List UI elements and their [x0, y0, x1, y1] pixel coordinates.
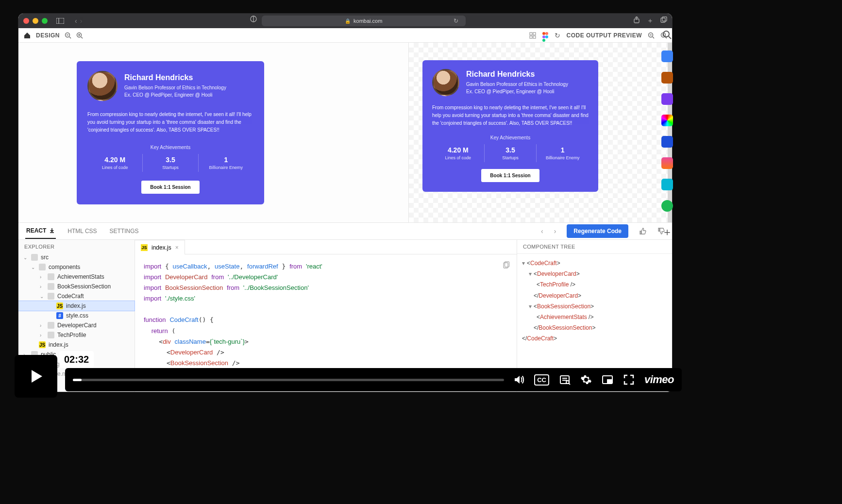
- stat-item: 4.20 MLines of code: [87, 154, 142, 172]
- component-tree-title: COMPONENT TREE: [517, 240, 672, 254]
- tab-settings[interactable]: SETTINGS: [109, 224, 140, 238]
- svg-marker-34: [32, 370, 42, 383]
- achievements-stats: 4.20 MLines of code 3.5Startups 1Billion…: [432, 144, 589, 162]
- editor-tab-indexjs[interactable]: JS index.js ×: [135, 240, 185, 254]
- tree-node-developercard-close: </DeveloperCard>: [522, 290, 667, 301]
- preview-refresh-icon[interactable]: ↻: [555, 32, 560, 39]
- volume-icon[interactable]: [513, 374, 524, 386]
- tree-folder-codecraft[interactable]: ⌄CodeCraft: [18, 291, 135, 301]
- add-sidebar-item-icon[interactable]: ＋: [661, 226, 673, 238]
- video-player: 02:32 CC vimeo: [15, 365, 682, 394]
- stat-item: 4.20 MLines of code: [432, 144, 484, 162]
- sidebar-app-icon-2[interactable]: [661, 72, 673, 84]
- book-session-button[interactable]: Book 1:1 Session: [141, 181, 199, 194]
- js-file-icon: JS: [56, 302, 63, 309]
- close-window-button[interactable]: [23, 18, 29, 24]
- achievements-title: Key Achievements: [87, 145, 253, 150]
- achievements-title: Key Achievements: [432, 135, 589, 140]
- folder-icon: [48, 293, 54, 300]
- sidebar-app-icon-3[interactable]: [661, 93, 673, 105]
- preview-canvas[interactable]: Richard Hendricks Gavin Belson Professor…: [409, 43, 672, 222]
- url-bar[interactable]: 🔒 kombai.com ↻: [262, 16, 466, 26]
- design-preview-split: Richard Hendricks Gavin Belson Professor…: [18, 43, 672, 222]
- svg-point-22: [542, 39, 545, 42]
- browser-nav: ‹ ›: [75, 17, 82, 25]
- tree-file-stylecss[interactable]: #style.css: [18, 311, 135, 320]
- figma-icon[interactable]: [542, 32, 549, 39]
- home-icon[interactable]: [23, 32, 31, 39]
- js-file-icon: JS: [39, 341, 46, 348]
- sidebar-app-icon-4[interactable]: [661, 115, 673, 126]
- new-tab-icon[interactable]: ＋: [647, 17, 654, 25]
- zoom-in-icon[interactable]: [76, 32, 83, 39]
- folder-icon: [31, 254, 38, 261]
- profile-subtitle-2: Ex. CEO @ PiedPiper, Engineer @ Hooli: [124, 91, 226, 99]
- zoom-out-icon[interactable]: [65, 32, 71, 39]
- history-back-icon[interactable]: ‹: [541, 227, 543, 235]
- tree-file-indexjs[interactable]: JSindex.js: [18, 301, 135, 311]
- profile-bio: From compression king to nearly deleting…: [432, 104, 589, 127]
- back-button[interactable]: ‹: [75, 17, 77, 25]
- browser-window: ‹ › 🔒 kombai.com ↻ ＋: [18, 14, 672, 392]
- tree-node-techprofile[interactable]: <TechProfile />: [522, 279, 667, 290]
- window-controls: [23, 18, 48, 24]
- tab-react[interactable]: REACT: [25, 223, 56, 239]
- folder-icon: [48, 273, 54, 280]
- share-icon[interactable]: [633, 17, 640, 25]
- download-icon[interactable]: [49, 228, 55, 234]
- history-forward-icon[interactable]: ›: [554, 227, 556, 235]
- svg-point-20: [542, 35, 545, 38]
- tree-folder-achievement[interactable]: ›AchievementStats: [18, 272, 135, 282]
- sidebar-app-icon-5[interactable]: [661, 136, 673, 148]
- tree-node-developercard[interactable]: ▾<DeveloperCard>: [522, 269, 667, 279]
- forward-button[interactable]: ›: [80, 17, 83, 25]
- minimize-window-button[interactable]: [33, 18, 38, 24]
- svg-line-33: [669, 36, 671, 39]
- tree-node-codecraft[interactable]: ▾<CodeCraft>: [522, 258, 667, 269]
- transcript-icon[interactable]: [559, 374, 571, 386]
- maximize-window-button[interactable]: [42, 18, 48, 24]
- vimeo-logo[interactable]: vimeo: [644, 373, 674, 386]
- shield-icon[interactable]: [250, 16, 257, 26]
- tree-folder-developercard[interactable]: ›DeveloperCard: [18, 320, 135, 330]
- sidebar-app-icon-8[interactable]: [661, 200, 673, 212]
- url-host: kombai.com: [354, 18, 382, 24]
- search-icon[interactable]: [661, 29, 673, 41]
- settings-gear-icon[interactable]: [580, 374, 592, 386]
- stat-item: 3.5Startups: [484, 144, 537, 162]
- sidebar-app-icon-1[interactable]: [661, 50, 673, 62]
- tree-file-root-indexjs[interactable]: JSindex.js: [18, 340, 135, 350]
- tabs-overview-icon[interactable]: [660, 17, 667, 25]
- svg-rect-15: [533, 33, 536, 35]
- svg-point-21: [545, 35, 548, 38]
- pip-icon[interactable]: [602, 374, 613, 386]
- book-session-button[interactable]: Book 1:1 Session: [481, 169, 539, 182]
- css-file-icon: #: [56, 312, 63, 319]
- svg-line-8: [69, 37, 71, 38]
- sidebar-app-icon-7[interactable]: [661, 179, 673, 190]
- thumbs-up-icon[interactable]: [639, 227, 647, 235]
- svg-point-32: [663, 31, 669, 37]
- tab-htmlcss[interactable]: HTML CSS: [67, 224, 98, 238]
- progress-bar-container: CC vimeo: [65, 368, 682, 391]
- grid-icon[interactable]: [529, 32, 536, 39]
- progress-track[interactable]: [73, 379, 504, 381]
- preview-zoom-out-icon[interactable]: [648, 32, 655, 39]
- fullscreen-icon[interactable]: [623, 374, 635, 386]
- close-tab-icon[interactable]: ×: [175, 244, 179, 251]
- tree-folder-booksession[interactable]: ›BookSessionSection: [18, 282, 135, 291]
- tree-node-achievement[interactable]: <AchievementStats />: [522, 312, 667, 322]
- design-canvas[interactable]: Richard Hendricks Gavin Belson Professor…: [18, 43, 409, 222]
- captions-button[interactable]: CC: [534, 374, 549, 386]
- tree-folder-src[interactable]: ⌄src: [18, 252, 135, 262]
- tree-node-booksession[interactable]: ▾<BookSessionSection>: [522, 301, 667, 312]
- play-button[interactable]: [15, 355, 57, 398]
- sidebar-toggle-icon[interactable]: [56, 18, 64, 24]
- sidebar-app-icon-6[interactable]: [661, 157, 673, 169]
- preview-title: CODE OUTPUT PREVIEW: [566, 32, 642, 39]
- refresh-icon[interactable]: ↻: [454, 17, 458, 24]
- tree-folder-components[interactable]: ⌄components: [18, 262, 135, 272]
- copy-code-icon[interactable]: [502, 261, 510, 269]
- tree-folder-techprofile[interactable]: ›TechProfile: [18, 330, 135, 340]
- regenerate-button[interactable]: Regenerate Code: [567, 224, 628, 238]
